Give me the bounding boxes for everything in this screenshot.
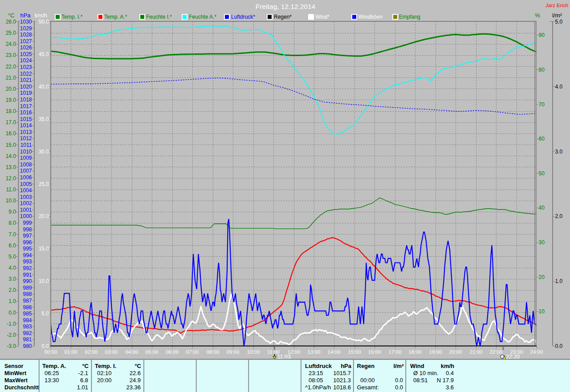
svg-text:1.0: 1.0 [555, 278, 563, 284]
svg-text:995: 995 [23, 246, 32, 252]
svg-text:12.0: 12.0 [6, 175, 16, 182]
svg-text:06:00: 06:00 [166, 349, 179, 355]
svg-text:13:30: 13:30 [45, 377, 59, 384]
svg-text:km/h: km/h [441, 363, 454, 369]
svg-text:1013: 1013 [20, 129, 32, 135]
svg-text:Regen: Regen [357, 363, 375, 369]
svg-text:50.0: 50.0 [39, 19, 49, 25]
svg-text:Freitag, 12.12.2014: Freitag, 12.12.2014 [256, 3, 316, 10]
svg-text:23.0: 23.0 [6, 52, 16, 58]
svg-text:20.0: 20.0 [6, 86, 16, 92]
svg-text:994: 994 [23, 252, 32, 259]
svg-text:1029: 1029 [20, 25, 32, 32]
svg-text:Feuchte I.*: Feuchte I.* [146, 14, 172, 20]
svg-text:22:00: 22:00 [490, 349, 503, 355]
svg-text:1019: 1019 [20, 90, 32, 96]
svg-text:06:25: 06:25 [45, 370, 59, 376]
svg-text:Feuchte A.*: Feuchte A.* [189, 14, 216, 20]
svg-text:MinWert: MinWert [4, 370, 27, 376]
svg-text:02:10: 02:10 [97, 370, 112, 376]
svg-text:998: 998 [23, 226, 32, 233]
svg-text:19:00: 19:00 [429, 349, 442, 355]
svg-text:3.6: 3.6 [446, 384, 454, 391]
svg-text:24:00: 24:00 [530, 349, 543, 355]
svg-text:80: 80 [539, 67, 545, 73]
svg-text:1016: 1016 [20, 109, 32, 116]
svg-text:21.0: 21.0 [6, 75, 16, 81]
svg-text:24.0: 24.0 [6, 41, 16, 47]
svg-text:10.0: 10.0 [6, 198, 16, 204]
svg-text:988: 988 [23, 291, 32, 297]
svg-text:18.0: 18.0 [6, 108, 16, 114]
svg-text:17:00: 17:00 [389, 349, 402, 355]
svg-text:990: 990 [23, 278, 32, 284]
svg-text:25.0: 25.0 [6, 30, 16, 36]
svg-text:Wind*: Wind* [315, 14, 330, 20]
svg-text:989: 989 [23, 285, 32, 291]
svg-text:°C: °C [8, 12, 15, 19]
svg-text:08:05: 08:05 [309, 377, 323, 384]
svg-text:6.0: 6.0 [8, 242, 16, 249]
svg-text:0.0: 0.0 [41, 343, 49, 349]
svg-text:16.0: 16.0 [6, 130, 16, 137]
svg-text:1024: 1024 [20, 57, 32, 64]
svg-text:km/h: km/h [35, 12, 47, 19]
svg-text:999: 999 [23, 220, 32, 226]
svg-text:05:00: 05:00 [146, 349, 159, 355]
svg-text:17.0: 17.0 [6, 119, 16, 125]
svg-text:24.9: 24.9 [130, 377, 141, 384]
svg-text:22.6: 22.6 [130, 370, 141, 376]
svg-text:08:00: 08:00 [207, 349, 220, 355]
svg-text:°C: °C [134, 363, 141, 369]
svg-text:1015: 1015 [20, 116, 32, 122]
svg-text:40.0: 40.0 [39, 84, 49, 90]
svg-text:Temp. I.*: Temp. I.* [61, 14, 83, 20]
svg-text:982: 982 [23, 330, 32, 336]
svg-text:1008: 1008 [20, 162, 32, 168]
svg-text:02:00: 02:00 [85, 349, 98, 355]
svg-text:1007: 1007 [20, 168, 32, 174]
svg-text:0.4: 0.4 [446, 370, 454, 376]
svg-text:15.0: 15.0 [39, 246, 49, 252]
svg-text:1030: 1030 [20, 19, 32, 25]
svg-text:08:51: 08:51 [413, 377, 428, 384]
svg-text:09:00: 09:00 [227, 349, 240, 355]
svg-text:15.0: 15.0 [6, 142, 16, 148]
svg-text:987: 987 [23, 298, 32, 304]
svg-text:1017: 1017 [20, 103, 32, 109]
svg-text:45.0: 45.0 [39, 51, 49, 57]
svg-text:Luftdruck: Luftdruck [305, 363, 332, 369]
svg-text:Empfang: Empfang [399, 14, 420, 20]
svg-text:04:00: 04:00 [126, 349, 138, 355]
svg-text:N 17.9: N 17.9 [437, 377, 454, 384]
svg-text:MaxWert: MaxWert [4, 377, 28, 384]
svg-text:3.0: 3.0 [8, 276, 16, 282]
svg-text:07:00: 07:00 [186, 349, 199, 355]
svg-text:21:00: 21:00 [470, 349, 483, 355]
svg-text:20:00: 20:00 [449, 349, 462, 355]
svg-text:5.0: 5.0 [41, 311, 49, 317]
svg-text:1005: 1005 [20, 181, 32, 187]
svg-text:%: % [535, 12, 540, 19]
svg-text:Durchschnitt: Durchschnitt [4, 384, 39, 391]
svg-text:15:00: 15:00 [348, 349, 361, 355]
svg-text:5.0: 5.0 [8, 254, 16, 260]
svg-text:0.0: 0.0 [8, 310, 16, 316]
svg-text:1009: 1009 [20, 155, 32, 161]
svg-text:23.36: 23.36 [126, 384, 141, 391]
svg-text:986: 986 [23, 304, 32, 311]
svg-text:30.0: 30.0 [39, 149, 49, 155]
svg-text:-2.0: -2.0 [7, 332, 16, 338]
svg-text:1018.6: 1018.6 [333, 384, 351, 391]
svg-text:2.0: 2.0 [8, 287, 16, 293]
svg-text:Windböen: Windböen [358, 14, 383, 20]
svg-text:1014: 1014 [20, 122, 32, 129]
svg-text:03:00: 03:00 [105, 349, 118, 355]
svg-text:01:00: 01:00 [65, 349, 77, 355]
svg-text:6.8: 6.8 [80, 377, 88, 384]
svg-text:^1.0hPa/h: ^1.0hPa/h [305, 384, 331, 391]
svg-text:90: 90 [539, 32, 545, 38]
svg-text:983: 983 [23, 323, 32, 330]
svg-text:Luftdruck*: Luftdruck* [231, 14, 255, 20]
svg-text:1001: 1001 [20, 207, 32, 213]
